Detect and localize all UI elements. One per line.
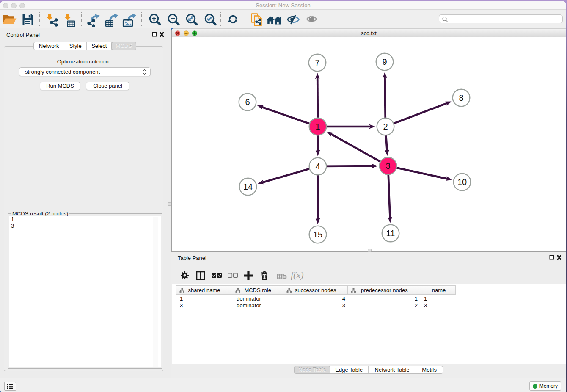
svg-text:3: 3 [385, 161, 390, 171]
svg-text:4: 4 [315, 162, 320, 171]
svg-text:15: 15 [313, 230, 322, 239]
svg-text:10: 10 [457, 177, 467, 187]
svg-text:7: 7 [315, 58, 319, 67]
svg-text:8: 8 [459, 93, 463, 102]
svg-text:11: 11 [386, 229, 395, 238]
svg-text:6: 6 [245, 97, 250, 107]
svg-text:1: 1 [315, 122, 320, 131]
svg-text:9: 9 [382, 57, 387, 66]
svg-text:14: 14 [243, 182, 253, 191]
svg-text:2: 2 [383, 122, 388, 131]
